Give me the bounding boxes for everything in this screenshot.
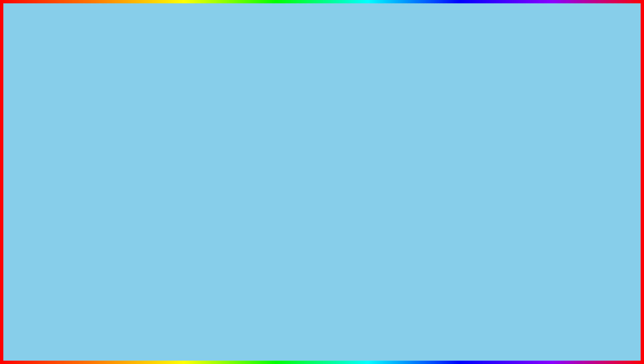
sidebar-label-quest-item: | Quest-Item [244, 157, 264, 161]
panel-keybind: [RightControl] [370, 103, 392, 107]
title-char-u: U [401, 8, 456, 81]
main-container: ⭐ ⭐ ⭐ ⭐ B L O X F R U I T S MTriet Hub |… [0, 0, 644, 364]
char-body [73, 241, 106, 301]
race-v4-icon: 👥 [237, 167, 242, 172]
status-hop-icon: 📡 [237, 145, 242, 150]
panel-title-text: MTriet Hub | Blox Fruits [discord.gg/mFz… [237, 102, 334, 107]
main-title: B L O X F R U I T S [3, 8, 641, 81]
sidebar-item-information[interactable]: 👤 | Information [234, 111, 280, 121]
popsicle-stick [593, 180, 603, 220]
panel-title-bar: MTriet Hub | Blox Fruits [discord.gg/mFz… [234, 100, 396, 109]
sidebar-label-information: | Information [244, 114, 264, 118]
general-icon: 🏠 [237, 124, 242, 129]
sidebar-label-settings: | Settings [244, 178, 259, 182]
bottom-pastebin-text: PASTEBIN [421, 312, 554, 342]
kill-boss-indicator [279, 172, 282, 174]
sidebar-label-necessary: | Necessary [244, 135, 263, 139]
secondary-feature-partial-a: | A... [275, 150, 396, 164]
kill-boss-text: | Auto Kill Law Boss [285, 169, 317, 175]
title-char-x: X [229, 8, 280, 81]
weapon-dropdown[interactable]: Melee Sword Gun [368, 135, 391, 142]
bottom-auto-text: AUTO [90, 306, 194, 348]
star-decoration-2: ⭐ [180, 282, 200, 301]
sidebar-item-necessary[interactable]: 🔧 | Necessary [234, 132, 280, 143]
bottom-farm-text: FARM [202, 306, 306, 348]
necessary-icon: 🔧 [237, 135, 242, 140]
title-char-i: I [456, 8, 478, 81]
partial-a-text: | A... [283, 157, 290, 161]
feature-select-weapon: | Select Weapon Melee Sword Gun [283, 133, 393, 144]
sidebar-label-dungeon: | Dungeon [244, 189, 261, 193]
bottom-script-text: SCRIPT [314, 312, 412, 342]
sidebar-label-teleport: | Teleport [244, 210, 259, 214]
title-char-t: T [478, 8, 524, 81]
sidebar-item-general[interactable]: 🏠 | General [234, 121, 280, 132]
weapon-indicator [285, 137, 288, 140]
sidebar-item-teleport[interactable]: 📍 | Teleport [234, 207, 280, 217]
title-char-s: S [524, 8, 575, 81]
title-char-r: R [346, 8, 401, 81]
title-char-f: F [300, 8, 346, 81]
title-char-l: L [124, 8, 170, 81]
bottom-text-container: AUTO FARM SCRIPT PASTEBIN [3, 306, 641, 348]
spawn-indicator [285, 126, 288, 128]
sidebar-label-combat: | Combat [244, 199, 259, 203]
combat-icon: ⚔️ [237, 199, 242, 204]
sidebar-item-status-hop[interactable]: 📡 | Status-Hop [234, 143, 280, 153]
star-decoration-1: ⭐ [153, 257, 182, 285]
feature-spawn-label: | Auto Set Spawn Point [285, 125, 328, 129]
spawn-toggle[interactable] [379, 124, 391, 130]
quest-item-icon: ⚙️ [237, 156, 242, 161]
spawn-text: | Auto Set Spawn Point [291, 125, 328, 129]
dungeon-icon: 🎯 [237, 188, 242, 193]
title-space [280, 8, 300, 81]
information-icon: 👤 [237, 113, 242, 118]
title-char-o: O [170, 8, 229, 81]
sidebar-item-combat[interactable]: ⚔️ | Combat [234, 196, 280, 207]
sidebar-item-dungeon[interactable]: 🎯 | Dungeon [234, 185, 280, 196]
title-char-b: B [69, 8, 124, 81]
section-header: [ Main Farm | General ] [283, 112, 393, 120]
char-head [73, 208, 106, 241]
star-decoration-3: ⭐ [203, 257, 222, 275]
partial-a-label: | A... [277, 157, 290, 162]
sidebar-label-race-v4: | Race V4 [244, 167, 260, 171]
no-key-text: NO KEY !! [330, 179, 414, 206]
kill-boss-toggle[interactable] [380, 164, 393, 171]
kill-boss-label: | Auto Kill Law Boss [279, 169, 317, 175]
weapon-label: | Select Weapon [285, 136, 317, 140]
sidebar-label-status-hop: | Status-Hop [244, 146, 264, 150]
farm-level-indicator [285, 148, 288, 151]
star-decoration-4: ⭐ [129, 245, 146, 261]
settings-icon: ⚙️ [237, 177, 242, 182]
partial-a-indicator [277, 158, 280, 161]
weapon-text: | Select Weapon [291, 136, 317, 140]
feature-auto-spawn: | Auto Set Spawn Point [283, 122, 393, 132]
title-container: B L O X F R U I T S [3, 8, 641, 81]
sidebar-label-general: | General [244, 125, 259, 129]
character-figure [56, 201, 123, 318]
teleport-icon: 📍 [237, 209, 242, 214]
